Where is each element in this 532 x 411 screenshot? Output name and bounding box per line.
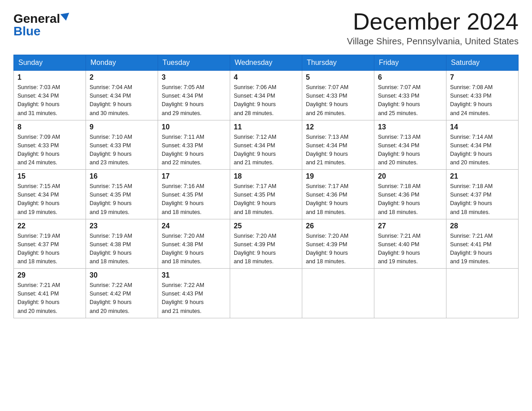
calendar-week-row: 29 Sunrise: 7:21 AMSunset: 4:41 PMDaylig… [14, 269, 519, 318]
day-number: 11 [234, 123, 298, 131]
logo: General Blue [13, 9, 70, 38]
day-info: Sunrise: 7:16 AMSunset: 4:35 PMDaylight:… [162, 183, 204, 215]
day-number: 9 [90, 123, 154, 131]
calendar-day-cell: 9 Sunrise: 7:10 AMSunset: 4:33 PMDayligh… [86, 120, 158, 170]
calendar-day-cell: 19 Sunrise: 7:17 AMSunset: 4:36 PMDaylig… [302, 170, 374, 219]
day-info: Sunrise: 7:05 AMSunset: 4:34 PMDaylight:… [162, 84, 204, 116]
calendar-day-cell: 12 Sunrise: 7:13 AMSunset: 4:34 PMDaylig… [302, 120, 374, 170]
day-number: 17 [162, 172, 226, 180]
header-wednesday: Wednesday [230, 55, 302, 71]
calendar-day-cell: 29 Sunrise: 7:21 AMSunset: 4:41 PMDaylig… [14, 269, 86, 318]
day-number: 19 [306, 172, 370, 180]
day-info: Sunrise: 7:18 AMSunset: 4:36 PMDaylight:… [378, 183, 420, 215]
calendar-day-cell: 25 Sunrise: 7:20 AMSunset: 4:39 PMDaylig… [230, 219, 302, 269]
calendar-day-cell: 10 Sunrise: 7:11 AMSunset: 4:33 PMDaylig… [158, 120, 230, 170]
day-info: Sunrise: 7:17 AMSunset: 4:35 PMDaylight:… [234, 183, 276, 215]
day-number: 4 [234, 73, 298, 81]
calendar-week-row: 8 Sunrise: 7:09 AMSunset: 4:33 PMDayligh… [14, 120, 519, 170]
day-info: Sunrise: 7:20 AMSunset: 4:38 PMDaylight:… [162, 233, 204, 265]
logo-general-text: General [13, 13, 60, 25]
day-number: 5 [306, 73, 370, 81]
day-number: 15 [17, 172, 82, 180]
day-number: 1 [17, 73, 82, 81]
day-number: 6 [378, 73, 442, 81]
day-number: 30 [90, 271, 154, 279]
day-number: 8 [17, 123, 82, 131]
calendar-day-cell: 31 Sunrise: 7:22 AMSunset: 4:43 PMDaylig… [158, 269, 230, 318]
header-sunday: Sunday [14, 55, 86, 71]
day-number: 13 [378, 123, 442, 131]
month-title: December 2024 [347, 9, 519, 34]
calendar-day-cell: 7 Sunrise: 7:08 AMSunset: 4:33 PMDayligh… [446, 71, 519, 120]
day-number: 20 [378, 172, 442, 180]
day-info: Sunrise: 7:13 AMSunset: 4:34 PMDaylight:… [378, 134, 420, 166]
calendar-day-cell: 13 Sunrise: 7:13 AMSunset: 4:34 PMDaylig… [374, 120, 446, 170]
day-number: 26 [306, 222, 370, 230]
calendar-week-row: 15 Sunrise: 7:15 AMSunset: 4:34 PMDaylig… [14, 170, 519, 219]
day-info: Sunrise: 7:09 AMSunset: 4:33 PMDaylight:… [17, 134, 60, 166]
calendar-empty-cell [302, 269, 374, 318]
calendar-day-cell: 5 Sunrise: 7:07 AMSunset: 4:33 PMDayligh… [302, 71, 374, 120]
calendar-day-cell: 4 Sunrise: 7:06 AMSunset: 4:34 PMDayligh… [230, 71, 302, 120]
calendar-day-cell: 6 Sunrise: 7:07 AMSunset: 4:33 PMDayligh… [374, 71, 446, 120]
day-number: 14 [450, 123, 515, 131]
day-info: Sunrise: 7:20 AMSunset: 4:39 PMDaylight:… [234, 233, 276, 265]
calendar-day-cell: 24 Sunrise: 7:20 AMSunset: 4:38 PMDaylig… [158, 219, 230, 269]
calendar-day-cell: 27 Sunrise: 7:21 AMSunset: 4:40 PMDaylig… [374, 219, 446, 269]
calendar-day-cell: 15 Sunrise: 7:15 AMSunset: 4:34 PMDaylig… [14, 170, 86, 219]
day-info: Sunrise: 7:20 AMSunset: 4:39 PMDaylight:… [306, 233, 348, 265]
header-saturday: Saturday [446, 55, 519, 71]
day-number: 18 [234, 172, 298, 180]
day-info: Sunrise: 7:19 AMSunset: 4:37 PMDaylight:… [17, 233, 60, 265]
calendar-header-row: SundayMondayTuesdayWednesdayThursdayFrid… [14, 55, 519, 71]
day-info: Sunrise: 7:18 AMSunset: 4:37 PMDaylight:… [450, 183, 493, 215]
logo-triangle-icon [60, 13, 70, 21]
calendar-day-cell: 28 Sunrise: 7:21 AMSunset: 4:41 PMDaylig… [446, 219, 519, 269]
day-info: Sunrise: 7:19 AMSunset: 4:38 PMDaylight:… [90, 233, 132, 265]
calendar-day-cell: 16 Sunrise: 7:15 AMSunset: 4:35 PMDaylig… [86, 170, 158, 219]
day-info: Sunrise: 7:04 AMSunset: 4:34 PMDaylight:… [90, 84, 132, 116]
day-info: Sunrise: 7:07 AMSunset: 4:33 PMDaylight:… [306, 84, 348, 116]
calendar-day-cell: 22 Sunrise: 7:19 AMSunset: 4:37 PMDaylig… [14, 219, 86, 269]
calendar-day-cell: 3 Sunrise: 7:05 AMSunset: 4:34 PMDayligh… [158, 71, 230, 120]
day-number: 29 [17, 271, 82, 279]
calendar-day-cell: 11 Sunrise: 7:12 AMSunset: 4:34 PMDaylig… [230, 120, 302, 170]
calendar-week-row: 1 Sunrise: 7:03 AMSunset: 4:34 PMDayligh… [14, 71, 519, 120]
calendar-day-cell: 26 Sunrise: 7:20 AMSunset: 4:39 PMDaylig… [302, 219, 374, 269]
calendar-empty-cell [230, 269, 302, 318]
day-info: Sunrise: 7:22 AMSunset: 4:42 PMDaylight:… [90, 282, 132, 314]
day-info: Sunrise: 7:22 AMSunset: 4:43 PMDaylight:… [162, 282, 204, 314]
day-info: Sunrise: 7:15 AMSunset: 4:35 PMDaylight:… [90, 183, 132, 215]
header-tuesday: Tuesday [158, 55, 230, 71]
calendar-day-cell: 20 Sunrise: 7:18 AMSunset: 4:36 PMDaylig… [374, 170, 446, 219]
calendar-day-cell: 1 Sunrise: 7:03 AMSunset: 4:34 PMDayligh… [14, 71, 86, 120]
day-number: 21 [450, 172, 515, 180]
day-number: 22 [17, 222, 82, 230]
day-info: Sunrise: 7:21 AMSunset: 4:41 PMDaylight:… [17, 282, 60, 314]
day-number: 2 [90, 73, 154, 81]
day-number: 31 [162, 271, 226, 279]
header-monday: Monday [86, 55, 158, 71]
calendar-day-cell: 2 Sunrise: 7:04 AMSunset: 4:34 PMDayligh… [86, 71, 158, 120]
day-info: Sunrise: 7:13 AMSunset: 4:34 PMDaylight:… [306, 134, 348, 166]
day-info: Sunrise: 7:15 AMSunset: 4:34 PMDaylight:… [17, 183, 60, 215]
calendar-empty-cell [374, 269, 446, 318]
title-area: December 2024 Village Shires, Pennsylvan… [347, 9, 519, 47]
day-number: 28 [450, 222, 515, 230]
day-info: Sunrise: 7:03 AMSunset: 4:34 PMDaylight:… [17, 84, 60, 116]
calendar-empty-cell [446, 269, 519, 318]
day-info: Sunrise: 7:06 AMSunset: 4:34 PMDaylight:… [234, 84, 276, 116]
calendar-table: SundayMondayTuesdayWednesdayThursdayFrid… [13, 55, 519, 318]
day-number: 3 [162, 73, 226, 81]
day-info: Sunrise: 7:14 AMSunset: 4:34 PMDaylight:… [450, 134, 493, 166]
day-number: 16 [90, 172, 154, 180]
header-thursday: Thursday [302, 55, 374, 71]
calendar-day-cell: 23 Sunrise: 7:19 AMSunset: 4:38 PMDaylig… [86, 219, 158, 269]
calendar-day-cell: 21 Sunrise: 7:18 AMSunset: 4:37 PMDaylig… [446, 170, 519, 219]
day-number: 7 [450, 73, 515, 81]
calendar-day-cell: 17 Sunrise: 7:16 AMSunset: 4:35 PMDaylig… [158, 170, 230, 219]
header-friday: Friday [374, 55, 446, 71]
day-info: Sunrise: 7:07 AMSunset: 4:33 PMDaylight:… [378, 84, 420, 116]
day-number: 12 [306, 123, 370, 131]
calendar-day-cell: 14 Sunrise: 7:14 AMSunset: 4:34 PMDaylig… [446, 120, 519, 170]
